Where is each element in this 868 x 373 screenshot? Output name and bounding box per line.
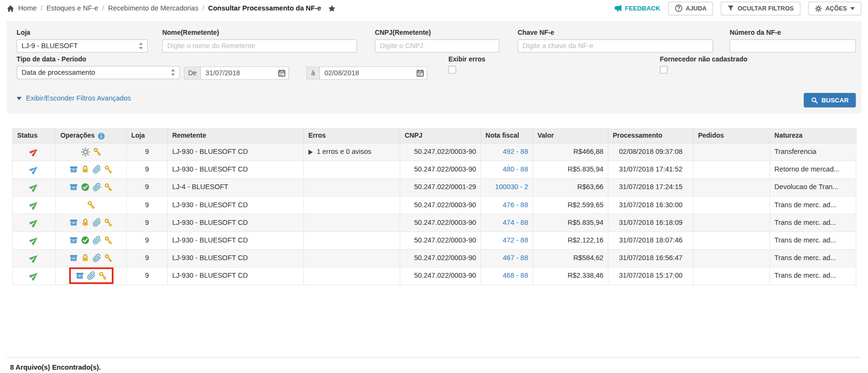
tipo-data-label: Tipo de data - Período [17, 55, 180, 63]
nota-fiscal-link[interactable]: 476 - 88 [503, 201, 528, 209]
numero-nfe-label: Número da NF-e [730, 29, 856, 36]
paperclip-icon[interactable] [92, 218, 101, 227]
acoes-button[interactable]: AÇÕES [808, 1, 861, 15]
nota-fiscal-link[interactable]: 468 - 88 [503, 272, 528, 280]
tipo-data-field: Tipo de data - Período Data de processam… [17, 55, 180, 79]
cell-valor: R$584,62 [533, 249, 608, 267]
package-icon[interactable] [69, 165, 78, 174]
lock-icon[interactable] [81, 165, 90, 174]
check-icon[interactable] [81, 236, 90, 245]
ajuda-button[interactable]: AJUDA [668, 1, 713, 15]
breadcrumb-separator: / [102, 4, 104, 12]
nome-remetente-label: Nome(Remetente) [162, 29, 357, 36]
key-icon[interactable] [104, 165, 113, 174]
cell-erros [303, 214, 400, 232]
column-header-processamento: Processamento [608, 129, 693, 143]
loja-select[interactable]: LJ-9 - BLUESOFT [17, 40, 148, 53]
results-table: StatusOperaçõesLojaRemetenteErrosCNPJNot… [12, 129, 857, 285]
cell-erros [303, 232, 400, 249]
cell-cnpj: 50.247.022/0003-90 [400, 214, 481, 232]
nota-fiscal-link[interactable]: 492 - 88 [503, 148, 528, 156]
lock-icon[interactable] [81, 254, 90, 263]
column-header-opera-es: Operações [56, 129, 127, 143]
info-icon [98, 132, 105, 140]
cell-loja: 9 [127, 196, 168, 214]
ocultar-filtros-button[interactable]: OCULTAR FILTROS [721, 1, 800, 15]
key-icon[interactable] [98, 272, 107, 281]
gear-icon[interactable] [81, 147, 90, 157]
breadcrumb-estoques[interactable]: Estoques e NF-e [46, 4, 98, 12]
paperclip-icon[interactable] [92, 254, 101, 263]
feedback-button[interactable]: FEEDBACK [614, 4, 660, 12]
package-icon[interactable] [75, 272, 84, 281]
cell-natureza: Trans de merc. ad... [770, 196, 856, 214]
column-header-nota-fiscal: Nota fiscal [481, 129, 533, 143]
status-green-paper-plane-icon [29, 271, 39, 281]
column-header-natureza: Natureza [770, 129, 856, 143]
cell-processamento: 31/07/2018 17:24:15 [608, 179, 693, 196]
periodo-a-input[interactable] [319, 66, 427, 80]
cnpj-remetente-input[interactable] [375, 40, 499, 53]
column-header-pedidos: Pedidos [693, 129, 769, 143]
operations-highlight-box [69, 268, 113, 284]
breadcrumb-home[interactable]: Home [18, 4, 37, 12]
nota-fiscal-link[interactable]: 467 - 88 [503, 254, 528, 262]
advanced-filters-toggle[interactable]: Exibir/Esconder Filtros Avançados [17, 95, 131, 102]
chave-nfe-input[interactable] [517, 40, 713, 53]
package-icon[interactable] [69, 254, 78, 263]
package-icon[interactable] [69, 183, 78, 192]
paperclip-icon[interactable] [92, 165, 101, 174]
status-red-paper-plane-icon [29, 147, 39, 157]
periodo-de-input[interactable] [201, 66, 289, 80]
package-icon[interactable] [69, 218, 78, 227]
operations-group [81, 147, 101, 157]
nota-fiscal-link[interactable]: 480 - 88 [503, 166, 528, 173]
calendar-icon[interactable] [416, 69, 424, 77]
cell-pedidos [693, 161, 769, 178]
favorite-star-icon[interactable] [328, 4, 336, 12]
key-icon[interactable] [104, 254, 113, 263]
cell-operations [56, 196, 127, 214]
key-icon[interactable] [104, 218, 113, 227]
key-icon[interactable] [93, 147, 102, 156]
check-icon[interactable] [81, 183, 90, 192]
cell-pedidos [693, 214, 769, 232]
buscar-button[interactable]: BUSCAR [804, 93, 856, 107]
cell-erros: 1 erros e 0 avisos [303, 143, 400, 161]
buscar-label: BUSCAR [821, 97, 848, 103]
nota-fiscal-link[interactable]: 474 - 88 [503, 219, 528, 226]
cell-status [12, 179, 56, 196]
cell-operations [56, 214, 127, 232]
numero-nfe-input[interactable] [730, 40, 856, 53]
cell-processamento: 31/07/2018 16:30:00 [608, 196, 693, 214]
cell-processamento: 31/07/2018 17:41:52 [608, 161, 693, 178]
paperclip-icon[interactable] [92, 236, 101, 245]
nota-fiscal-link[interactable]: 100030 - 2 [495, 183, 528, 191]
exibir-erros-checkbox[interactable] [448, 66, 456, 73]
feedback-label: FEEDBACK [625, 5, 660, 11]
page-title: Consultar Processamento da NF-e [208, 4, 321, 12]
package-icon[interactable] [69, 236, 78, 245]
lock-icon[interactable] [81, 218, 90, 227]
paperclip-icon[interactable] [87, 272, 96, 281]
breadcrumb-recebimento[interactable]: Recebimento de Mercadorias [108, 4, 199, 12]
erros-text: 1 erros e 0 avisos [317, 148, 372, 156]
results-footer: 8 Arquivo(s) Encontrado(s). [7, 357, 861, 371]
fornecedor-nao-cadastrado-checkbox[interactable] [660, 66, 667, 73]
expand-erros-icon[interactable] [308, 150, 313, 155]
key-icon[interactable] [104, 236, 113, 245]
calendar-icon[interactable] [278, 69, 285, 77]
cell-operations [56, 143, 127, 161]
operations-group [69, 165, 113, 174]
paperclip-icon[interactable] [92, 183, 101, 192]
cell-loja: 9 [127, 214, 168, 232]
nota-fiscal-link[interactable]: 472 - 88 [503, 237, 528, 244]
key-icon[interactable] [104, 183, 113, 192]
key-icon[interactable] [87, 201, 96, 210]
nome-remetente-input[interactable] [162, 40, 357, 53]
tipo-data-select[interactable]: Data de processamento [17, 66, 180, 79]
table-row: 9LJ-930 - BLUESOFT CD50.247.022/0003-904… [12, 196, 856, 214]
cell-pedidos [693, 232, 769, 249]
cell-erros [303, 249, 400, 267]
table-row: 9LJ-4 - BLUESOFT50.247.022/0001-29100030… [12, 179, 856, 196]
